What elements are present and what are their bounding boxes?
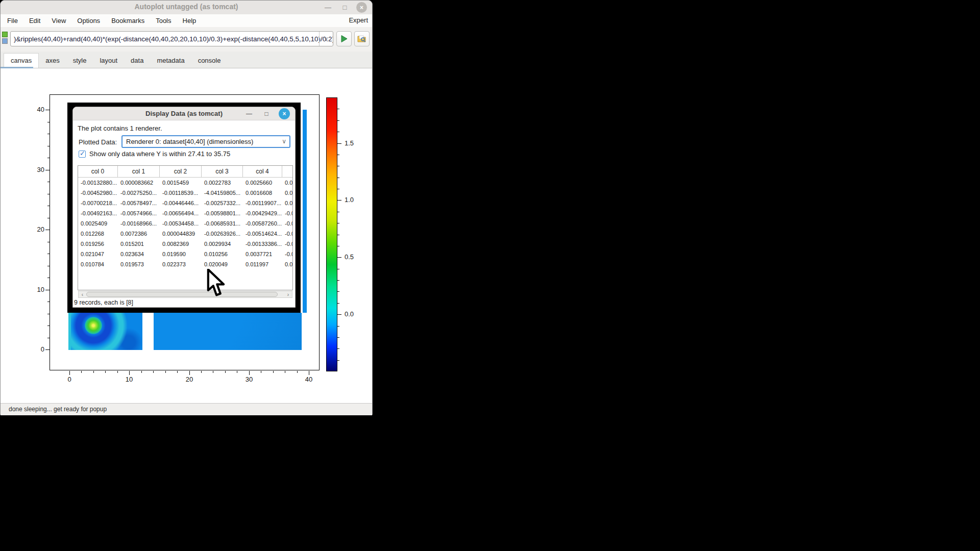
axis-tick — [337, 246, 339, 246]
scroll-left-button[interactable]: ‹ — [79, 291, 86, 297]
colorbar[interactable] — [326, 97, 337, 371]
uri-input[interactable]: )&ripples(40,40)+rand(40,40)*(exp(-dista… — [10, 31, 333, 46]
table-row[interactable]: 0.0192560.0152010.00823690.0029934-0.001… — [78, 239, 292, 249]
plotted-data-select[interactable]: Renderer 0: dataset[40,40] (dimensionles… — [121, 135, 290, 148]
filter-checkbox[interactable]: ✓ — [79, 151, 86, 158]
chevron-down-icon: ∨ — [324, 35, 329, 42]
tab-console[interactable]: console — [191, 54, 228, 68]
window-minimize-button[interactable]: — — [323, 2, 333, 13]
axis-tick — [47, 206, 50, 206]
axis-tick — [45, 110, 50, 110]
table-horizontal-scrollbar[interactable]: ‹ › — [78, 291, 292, 298]
table-cell: 0.019256 — [78, 239, 118, 249]
table-column-header[interactable]: col 3 — [202, 166, 243, 177]
axis-tick — [337, 132, 339, 132]
dialog-titlebar[interactable]: Display Data (as tomcat) — □ × — [73, 107, 295, 120]
minimize-icon: — — [325, 4, 331, 11]
axis-tick — [297, 371, 298, 373]
menu-help[interactable]: Help — [177, 14, 202, 27]
axis-tick — [337, 166, 339, 166]
menu-options[interactable]: Options — [71, 14, 106, 27]
table-cell: -0.0 — [282, 229, 293, 239]
axis-tick — [337, 280, 339, 281]
tab-canvas[interactable]: canvas — [4, 53, 39, 68]
table-cell: -0.00275250... — [118, 188, 160, 198]
go-button[interactable] — [336, 31, 352, 46]
axis-tick — [47, 266, 50, 266]
menu-tools[interactable]: Tools — [150, 14, 177, 27]
tab-layout[interactable]: layout — [93, 54, 124, 68]
renderer-count-text: The plot contains 1 renderer. — [78, 124, 162, 132]
window-close-button[interactable]: × — [356, 2, 367, 13]
table-cell: 0.000083662 — [118, 178, 160, 188]
axis-tick — [129, 371, 130, 375]
window-titlebar[interactable]: Autoplot untagged (as tomcat) — □ × — [1, 1, 372, 15]
axis-tick — [337, 189, 339, 189]
open-file-button[interactable] — [354, 31, 370, 46]
expert-mode-label[interactable]: Expert — [349, 16, 368, 24]
axis-tick — [337, 143, 341, 144]
window-maximize-button[interactable]: □ — [339, 2, 350, 13]
table-cell: 0.019590 — [160, 249, 202, 259]
menu-view[interactable]: View — [46, 14, 71, 27]
axis-tick — [47, 338, 50, 338]
tab-bar: canvasaxesstylelayoutdatametadataconsole — [1, 52, 372, 68]
table-cell: -0.00598801... — [202, 208, 243, 218]
table-cell: -0.0 — [282, 218, 293, 229]
table-column-header[interactable]: col 0 — [78, 166, 118, 177]
table-column-header[interactable]: col 1 — [118, 166, 160, 177]
axis-tick — [47, 278, 50, 278]
table-row[interactable]: 0.0122680.00723860.000044839-0.00263926.… — [78, 229, 292, 239]
table-cell: -0.00257332... — [202, 198, 243, 208]
axis-tick — [337, 235, 339, 235]
x-tick-label: 40 — [299, 375, 319, 383]
tab-metadata[interactable]: metadata — [150, 54, 191, 68]
table-row[interactable]: -0.00132880...0.0000836620.00154590.0022… — [78, 178, 292, 188]
colorbar-tick-label: 0.0 — [345, 310, 360, 318]
table-cell: -0.00446446... — [160, 198, 202, 208]
heatmap-flat-segment[interactable] — [154, 313, 302, 350]
axis-tick — [45, 170, 50, 170]
scroll-right-button[interactable]: › — [285, 291, 291, 297]
axis-tick — [337, 337, 339, 338]
uri-dropdown-button[interactable]: ∨ — [319, 32, 333, 46]
table-row[interactable]: 0.0107840.0195730.0223730.0200490.011997… — [78, 259, 292, 269]
axis-tick — [47, 146, 50, 146]
menu-bookmarks[interactable]: Bookmarks — [106, 14, 150, 27]
dialog-minimize-button[interactable]: — — [244, 109, 254, 119]
table-cell: -0.00118539... — [160, 188, 202, 198]
table-column-header[interactable]: col 4 — [243, 166, 282, 177]
uri-value: )&ripples(40,40)+rand(40,40)*(exp(-dista… — [14, 35, 333, 43]
table-cell: -0.00133386... — [243, 239, 282, 249]
tab-data[interactable]: data — [124, 54, 150, 68]
table-row[interactable]: -0.00700218...-0.00578497...-0.00446446.… — [78, 198, 292, 208]
axis-tick — [47, 314, 50, 314]
dialog-close-button[interactable]: × — [279, 108, 290, 119]
table-cell: 0.0082369 — [160, 239, 202, 249]
axis-tick — [81, 371, 82, 373]
table-column-header[interactable] — [282, 166, 293, 177]
table-cell: -0.00574966... — [118, 208, 160, 218]
menu-edit[interactable]: Edit — [23, 14, 46, 27]
display-data-dialog: Display Data (as tomcat) — □ × The plot … — [72, 107, 296, 308]
axis-tick — [337, 348, 339, 349]
dialog-maximize-button[interactable]: □ — [261, 109, 272, 119]
table-row[interactable]: 0.0025409-0.00168966...-0.00534458...-0.… — [78, 218, 292, 229]
table-row[interactable]: 0.0210470.0236340.0195900.0102560.003772… — [78, 249, 292, 259]
tab-axes[interactable]: axes — [39, 54, 66, 68]
table-cell: 0.0022783 — [202, 178, 243, 188]
table-cell: -0.00452980... — [78, 188, 118, 198]
table-row[interactable]: -0.00492163...-0.00574966...-0.00656494.… — [78, 208, 292, 218]
axis-tick — [237, 371, 237, 373]
menu-file[interactable]: File — [2, 14, 23, 27]
table-row[interactable]: -0.00452980...-0.00275250...-0.00118539.… — [78, 188, 292, 198]
axis-tick — [337, 326, 339, 327]
scrollbar-thumb[interactable] — [86, 292, 278, 297]
table-cell: 0.023634 — [118, 249, 160, 259]
axis-tick — [249, 371, 250, 375]
heatmap-ripple-segment[interactable] — [68, 313, 142, 350]
table-cell: -4.04159805... — [202, 188, 243, 198]
table-cell: 0.011997 — [243, 259, 282, 269]
table-column-header[interactable]: col 2 — [160, 166, 202, 177]
tab-style[interactable]: style — [66, 54, 93, 68]
